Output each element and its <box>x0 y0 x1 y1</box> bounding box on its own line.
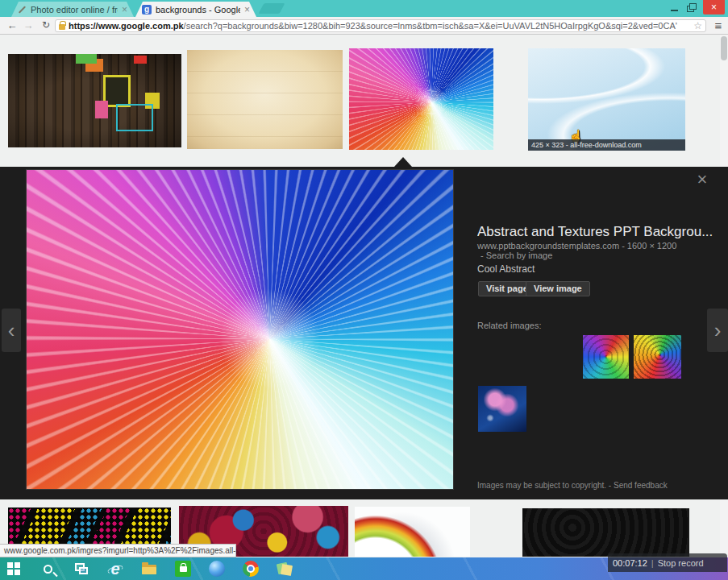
windows-store-button[interactable] <box>174 560 192 578</box>
bag-icon <box>180 566 187 572</box>
window-maximize-button[interactable] <box>684 2 701 13</box>
window-icon <box>79 567 88 574</box>
file-explorer-button[interactable] <box>140 560 158 578</box>
search-results-area: ☝ 425 × 323 - all-free-download.com × ‹ … <box>0 35 728 557</box>
lock-icon <box>59 24 65 30</box>
back-button[interactable]: ← <box>5 19 19 32</box>
scrollbar-thumb[interactable] <box>721 36 727 60</box>
minimize-icon <box>671 10 678 11</box>
related-image-spiral[interactable] <box>634 335 681 379</box>
preview-title[interactable]: Abstract and Textures PPT Backgrou... <box>477 224 713 240</box>
tab-google-search[interactable]: g backgrounds - Google Se × <box>135 2 256 17</box>
status-bar-link-preview: www.google.com.pk/imgres?imgurl=http%3A%… <box>0 544 236 557</box>
refresh-button[interactable]: ↻ <box>39 19 53 32</box>
chrome-icon <box>243 561 259 577</box>
result-thumbnail-blue-waves[interactable]: ☝ 425 × 323 - all-free-download.com <box>528 48 685 151</box>
url-domain: https://www.google.com.pk <box>69 21 184 31</box>
image-preview-panel: × ‹ › Abstract and Textures PPT Backgrou… <box>0 167 728 499</box>
folder-icon <box>142 567 156 574</box>
recording-timer: 00:07:12 <box>613 558 647 568</box>
result-thumbnail-dark-pattern[interactable] <box>522 508 689 557</box>
previous-image-button[interactable]: ‹ <box>2 309 21 352</box>
screen: Photo editor online / free × g backgroun… <box>0 0 728 580</box>
send-feedback-link[interactable]: Send feedback <box>614 481 668 490</box>
result-thumbnail-wood-graffiti[interactable] <box>8 54 181 147</box>
url-text[interactable]: https://www.google.com.pk/search?q=backg… <box>69 21 690 31</box>
chevron-left-icon: ‹ <box>8 318 15 343</box>
preview-source: www.pptbackgroundstemplates.com - 1600 ×… <box>477 241 713 251</box>
related-images-label: Related images: <box>477 321 542 330</box>
tab-photo-editor[interactable]: Photo editor online / free × <box>11 2 134 17</box>
graffiti-art <box>76 54 97 64</box>
new-tab-button[interactable] <box>259 3 285 14</box>
maximize-icon <box>689 3 697 10</box>
store-icon <box>175 561 191 577</box>
blue-sphere-app-button[interactable] <box>208 560 226 578</box>
chrome-button[interactable] <box>242 560 260 578</box>
view-image-button[interactable]: View image <box>526 281 590 296</box>
window-minimize-button[interactable] <box>666 3 682 13</box>
google-favicon-icon: g <box>142 5 152 14</box>
separator: - <box>609 481 611 490</box>
address-bar[interactable]: https://www.google.com.pk/search?q=backg… <box>55 19 706 32</box>
next-image-button[interactable]: › <box>707 309 728 352</box>
preview-caption: Cool Abstract <box>477 263 535 275</box>
url-path: /search?q=backgrounds&biw=1280&bih=923&s… <box>184 21 677 31</box>
preview-caret <box>394 157 412 167</box>
tab-close-icon[interactable]: × <box>244 6 250 14</box>
result-thumbnail-color-burst[interactable] <box>349 48 493 150</box>
related-image-flower[interactable] <box>478 386 526 432</box>
windows-logo-icon <box>7 562 20 575</box>
tab-title: backgrounds - Google Se <box>156 5 240 14</box>
pencil-icon <box>19 6 26 13</box>
graffiti-art <box>116 104 153 131</box>
separator: | <box>651 558 654 568</box>
forward-button[interactable]: → <box>21 19 35 32</box>
stop-recording-button[interactable]: Stop record <box>658 558 704 568</box>
browser-titlebar: Photo editor online / free × g backgroun… <box>0 0 728 17</box>
chevron-right-icon: › <box>714 318 722 343</box>
image-dimensions-tooltip: 425 × 323 - all-free-download.com <box>528 139 685 151</box>
sphere-icon <box>209 561 225 577</box>
copyright-text: Images may be subject to copyright. <box>477 481 606 490</box>
preview-main-image[interactable] <box>27 170 453 489</box>
graffiti-art <box>95 101 108 118</box>
tab-close-icon[interactable]: × <box>122 6 127 14</box>
result-thumbnail-rainbow-wave[interactable] <box>355 507 470 557</box>
note-icon <box>281 564 293 576</box>
start-button[interactable] <box>5 560 23 578</box>
copyright-footer: Images may be subject to copyright. - Se… <box>477 481 668 490</box>
close-icon[interactable]: × <box>692 169 713 190</box>
screen-recorder-overlay[interactable]: 00:07:12 | Stop record <box>608 553 727 572</box>
tab-title: Photo editor online / free <box>31 5 118 14</box>
graffiti-art <box>134 56 147 64</box>
related-image-tiedye[interactable] <box>583 335 629 379</box>
search-icon <box>44 565 52 574</box>
result-thumbnail-parchment[interactable] <box>187 50 343 149</box>
search-by-image-link[interactable]: - Search by image <box>480 251 552 260</box>
sticky-notes-button[interactable] <box>276 560 293 578</box>
taskbar-icons: e <box>5 557 293 580</box>
internet-explorer-button[interactable]: e <box>106 560 124 578</box>
task-windows-button[interactable] <box>73 560 90 578</box>
window-close-button[interactable]: × <box>703 0 725 14</box>
bookmark-star-icon[interactable]: ☆ <box>693 20 702 31</box>
chrome-menu-icon[interactable]: ≡ <box>712 19 725 32</box>
search-button[interactable] <box>39 560 56 578</box>
